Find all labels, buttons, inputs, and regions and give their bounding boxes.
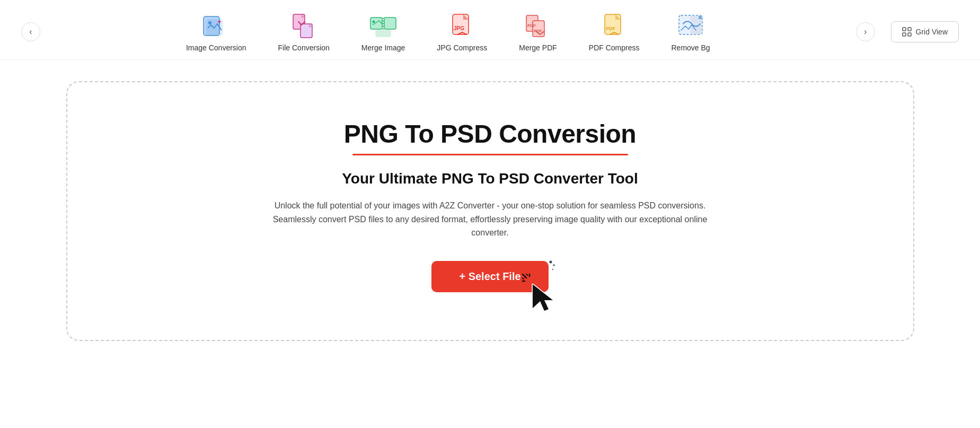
remove-bg-icon [676, 12, 705, 40]
svg-point-23 [549, 260, 552, 263]
nav-next-button[interactable]: › [856, 22, 875, 41]
nav-item-image-conversion-label: Image Conversion [186, 43, 246, 52]
jpg-compress-icon: JPG [448, 12, 476, 40]
card-description: Unlock the full potential of your images… [262, 199, 718, 240]
svg-rect-20 [908, 28, 911, 31]
pdf-compress-icon: PDF [600, 12, 629, 40]
main-content: PNG To PSD Conversion Your Ultimate PNG … [0, 60, 980, 362]
nav-prev-button[interactable]: ‹ [21, 22, 40, 41]
svg-rect-6 [384, 18, 396, 29]
image-conversion-icon [202, 12, 231, 40]
svg-point-25 [552, 268, 553, 270]
merge-image-icon [369, 12, 398, 40]
sparkle-icon [540, 260, 555, 275]
nav-item-pdf-compress-label: PDF Compress [589, 43, 640, 52]
svg-point-7 [373, 21, 375, 23]
top-nav: ‹ Image Conversion [0, 0, 980, 60]
nav-item-jpg-compress[interactable]: JPG JPG Compress [421, 10, 503, 54]
grid-view-button[interactable]: Grid View [891, 21, 959, 42]
nav-item-merge-pdf-label: Merge PDF [519, 43, 557, 52]
select-file-area: + Select File [431, 261, 548, 292]
nav-item-merge-image-label: Merge Image [361, 43, 405, 52]
select-file-button[interactable]: + Select File [431, 261, 548, 292]
grid-icon [902, 27, 912, 37]
nav-items-list: Image Conversion File Conversion [40, 10, 856, 54]
nav-item-jpg-compress-label: JPG Compress [437, 43, 487, 52]
svg-point-2 [208, 21, 211, 24]
merge-pdf-icon: PDF PDF [524, 12, 552, 40]
card-subtitle: Your Ultimate PNG To PSD Converter Tool [342, 170, 638, 187]
grid-view-label: Grid View [916, 28, 948, 36]
svg-rect-21 [903, 33, 906, 36]
svg-text:PDF: PDF [527, 23, 536, 28]
select-file-label: + Select File [459, 270, 520, 283]
svg-rect-8 [376, 30, 391, 37]
nav-item-file-conversion[interactable]: File Conversion [262, 10, 346, 54]
nav-item-pdf-compress[interactable]: PDF PDF Compress [573, 10, 656, 54]
svg-rect-19 [903, 28, 906, 31]
nav-item-remove-bg-label: Remove Bg [671, 43, 710, 52]
nav-item-remove-bg[interactable]: Remove Bg [655, 10, 726, 54]
svg-rect-5 [370, 18, 382, 29]
title-underline [352, 154, 628, 155]
nav-item-merge-image[interactable]: Merge Image [346, 10, 421, 54]
nav-item-file-conversion-label: File Conversion [278, 43, 330, 52]
conversion-card: PNG To PSD Conversion Your Ultimate PNG … [66, 81, 914, 341]
svg-point-24 [553, 264, 555, 266]
card-title: PNG To PSD Conversion [344, 119, 636, 149]
svg-text:PDF: PDF [606, 26, 616, 31]
file-conversion-icon [289, 12, 318, 40]
svg-rect-22 [908, 33, 911, 36]
svg-text:JPG: JPG [454, 25, 464, 31]
nav-item-image-conversion[interactable]: Image Conversion [170, 10, 262, 54]
nav-item-merge-pdf[interactable]: PDF PDF Merge PDF [503, 10, 573, 54]
